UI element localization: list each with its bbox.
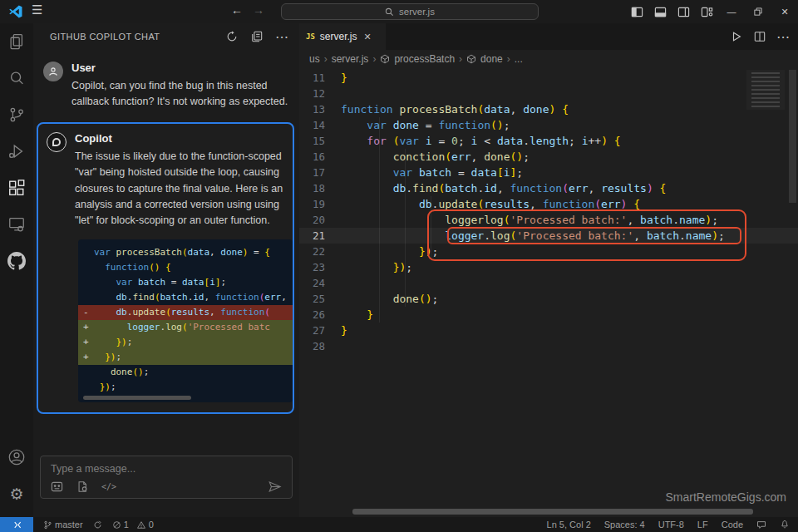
- run-file-icon[interactable]: [727, 27, 746, 47]
- line-number: 17: [299, 165, 341, 180]
- watermark-text: SmartRemoteGigs.com: [666, 490, 786, 504]
- code-line-17[interactable]: 17 var batch = data[i];: [299, 165, 798, 180]
- code-line-14[interactable]: 14 var done = function();: [299, 117, 798, 133]
- command-center-search[interactable]: server.js: [281, 3, 539, 20]
- line-number: 20: [299, 212, 341, 228]
- remote-indicator[interactable]: [0, 517, 33, 532]
- attach-context-icon[interactable]: [76, 480, 88, 493]
- smiley-icon[interactable]: [51, 480, 63, 493]
- breadcrumb-item[interactable]: server.js: [332, 53, 369, 65]
- code-line-18[interactable]: 18 db.find(batch.id, function(err, resul…: [299, 180, 798, 196]
- code-line-27[interactable]: 27}: [299, 323, 798, 338]
- history-icon[interactable]: [248, 27, 266, 46]
- source-control-icon[interactable]: [0, 96, 33, 133]
- code-line-28[interactable]: 28: [299, 338, 798, 354]
- forward-arrow-icon[interactable]: →: [253, 3, 264, 17]
- chat-panel-title: GITHUB COPILOT CHAT: [50, 32, 160, 42]
- code-line-16[interactable]: 16 conction(err, done();: [299, 149, 798, 165]
- breadcrumb-item[interactable]: us: [309, 53, 320, 65]
- maximize-button[interactable]: [745, 0, 771, 23]
- customize-layout-icon[interactable]: [695, 0, 718, 23]
- explorer-icon[interactable]: [0, 23, 33, 60]
- code-line-20[interactable]: 20 loggerlog('Processed batch:', batch.n…: [299, 212, 798, 228]
- more-actions-icon[interactable]: ⋯: [273, 27, 291, 46]
- code-line-19[interactable]: 19 db.update(results, function(err) {: [299, 196, 798, 212]
- chat-code-line: function() {: [78, 260, 293, 275]
- feedback-icon[interactable]: [756, 520, 766, 530]
- github-icon[interactable]: [0, 243, 33, 279]
- chat-code-line: done();: [78, 365, 293, 380]
- tab-close-icon[interactable]: ✕: [364, 32, 372, 42]
- chat-input-placeholder: Type a message...: [51, 463, 282, 475]
- chat-message-copilot[interactable]: Copilot The issue is likely due to the f…: [37, 122, 294, 414]
- chat-code-block: var processBatch(data, done) = { functio…: [78, 239, 293, 402]
- tab-server-js[interactable]: JS server.js ✕: [299, 23, 386, 50]
- git-branch-status[interactable]: master: [43, 520, 83, 530]
- breadcrumb-item[interactable]: ...: [515, 53, 523, 65]
- js-file-icon: JS: [306, 32, 315, 41]
- split-editor-icon[interactable]: [750, 27, 770, 47]
- search-sidebar-icon[interactable]: [0, 60, 33, 96]
- chat-input-box[interactable]: Type a message... </>: [40, 456, 293, 499]
- code-line-15[interactable]: 15 for (var i = 0; i < data.length; i++)…: [299, 133, 798, 149]
- run-debug-icon[interactable]: [0, 133, 33, 170]
- code-line-25[interactable]: 25 done();: [299, 291, 798, 307]
- settings-gear-icon[interactable]: ⚙: [0, 475, 33, 512]
- line-number: 13: [299, 101, 341, 117]
- horizontal-scrollbar[interactable]: [352, 509, 753, 515]
- code-line-24[interactable]: 24: [299, 275, 798, 291]
- minimize-button[interactable]: —: [718, 0, 745, 23]
- close-window-button[interactable]: ✕: [771, 0, 798, 23]
- new-session-icon[interactable]: [223, 27, 241, 46]
- search-icon: [385, 7, 394, 17]
- toggle-primary-sidebar-icon[interactable]: [625, 0, 648, 23]
- remote-explorer-icon[interactable]: [0, 206, 33, 243]
- extensions-icon[interactable]: [0, 170, 33, 206]
- eol-setting[interactable]: LF: [697, 520, 708, 530]
- notifications-bell-icon[interactable]: [780, 520, 790, 530]
- branch-name: master: [55, 520, 83, 530]
- symbol-method-icon: [466, 54, 476, 64]
- chat-code-line: + });: [78, 350, 293, 365]
- line-number: 21: [299, 228, 341, 244]
- menu-icon[interactable]: ☰: [32, 2, 42, 17]
- search-value: server.js: [399, 7, 435, 17]
- copilot-chat-panel: GITHUB COPILOT CHAT ⋯ User Copilot, can …: [33, 23, 299, 517]
- code-line-12[interactable]: 12: [299, 86, 798, 101]
- send-icon[interactable]: [268, 480, 282, 493]
- breadcrumb: us › server.js › processBatch › done › .…: [309, 50, 523, 68]
- code-line-22[interactable]: 22 });: [299, 244, 798, 259]
- activity-bar: ⚙: [0, 23, 33, 517]
- line-number: 28: [299, 338, 341, 354]
- code-line-21[interactable]: 21 logger.log('Processed batch:', batch.…: [299, 228, 798, 244]
- problems-status[interactable]: 1 0: [112, 520, 154, 530]
- toggle-secondary-sidebar-icon[interactable]: [672, 0, 695, 23]
- minimap[interactable]: [746, 70, 785, 110]
- accounts-icon[interactable]: [0, 439, 33, 475]
- code-line-26[interactable]: 26 }: [299, 307, 798, 323]
- back-arrow-icon[interactable]: ←: [231, 3, 243, 17]
- encoding-setting[interactable]: UTF-8: [658, 520, 684, 530]
- code-block-icon[interactable]: </>: [101, 482, 116, 491]
- tab-bar: JS server.js ✕: [299, 23, 798, 50]
- copilot-avatar: [47, 132, 66, 152]
- language-mode[interactable]: Code: [722, 520, 743, 530]
- code-line-23[interactable]: 23 });: [299, 259, 798, 275]
- code-line-11[interactable]: 11}: [299, 70, 798, 86]
- user-avatar: [43, 62, 63, 81]
- code-editor[interactable]: 11}1213function processBatch(data, done)…: [299, 70, 798, 354]
- breadcrumb-item[interactable]: done: [480, 53, 503, 65]
- chat-panel-header: GITHUB COPILOT CHAT ⋯: [33, 23, 299, 50]
- indentation-setting[interactable]: Spaces: 4: [604, 520, 645, 530]
- editor-more-actions-icon[interactable]: ⋯: [773, 27, 793, 47]
- cursor-position[interactable]: Ln 5, Col 2: [547, 520, 591, 530]
- vscode-logo-icon: [8, 4, 23, 19]
- code-line-13[interactable]: 13function processBatch(data, done) {: [299, 101, 798, 117]
- sync-status[interactable]: [93, 520, 102, 530]
- breadcrumb-item[interactable]: processBatch: [394, 53, 455, 65]
- vertical-scrollbar[interactable]: [789, 70, 796, 203]
- chat-code-line: var batch = data[i];: [78, 275, 293, 290]
- chat-code-hscrollbar[interactable]: [83, 396, 191, 400]
- toggle-panel-icon[interactable]: [648, 0, 672, 23]
- symbol-method-icon: [380, 54, 390, 64]
